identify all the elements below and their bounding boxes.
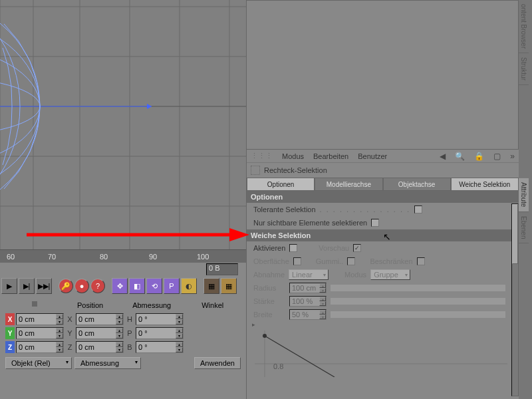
col-angle: Winkel: [201, 301, 223, 309]
next-frame-button[interactable]: ▶|: [19, 278, 35, 294]
render-button[interactable]: ▦: [203, 278, 219, 294]
axis-z-label: Z: [5, 341, 15, 353]
restrict-label: Beschränken: [370, 257, 412, 265]
ang-h-label: H: [125, 315, 134, 323]
pos-x-field[interactable]: 0 cm▴▾: [16, 313, 64, 325]
width-slider[interactable]: [331, 311, 505, 318]
dimension-dropdown[interactable]: Abmessung: [74, 357, 141, 369]
side-tab-content[interactable]: ontent Browser: [519, 0, 529, 53]
activate-label: Aktivieren: [253, 244, 285, 252]
more-icon[interactable]: »: [510, 152, 515, 161]
size-y-label: Y: [65, 329, 74, 337]
lock-icon[interactable]: 🔒: [474, 152, 484, 161]
strength-slider[interactable]: [331, 298, 505, 305]
preview-label: Vorschau: [319, 244, 349, 252]
ruler-tick: 80: [100, 253, 108, 261]
svg-marker-12: [147, 104, 152, 109]
width-field[interactable]: 50 %▴▾: [289, 309, 327, 320]
tool-title-row: Rechteck-Selektion: [247, 163, 519, 178]
apply-button[interactable]: Anwenden: [194, 357, 241, 369]
strength-field[interactable]: 100 %▴▾: [289, 296, 327, 307]
anim-layer-button[interactable]: ◐: [181, 278, 197, 294]
move-tool-button[interactable]: ✥: [112, 278, 128, 294]
side-tab-structure[interactable]: Struktur: [519, 53, 529, 85]
section-options: Optionen: [247, 191, 519, 203]
radius-slider[interactable]: [331, 285, 505, 291]
radius-field[interactable]: 100 cm▴▾: [289, 283, 327, 293]
visible-only-label: Nur sichtbare Elemente selektieren: [253, 219, 367, 227]
new-window-icon[interactable]: ▢: [493, 152, 501, 161]
end-button[interactable]: ▶▶|: [36, 278, 52, 294]
rectangle-selection-icon: [251, 166, 260, 175]
svg-text:0.8: 0.8: [273, 362, 283, 370]
param-tool-button[interactable]: P: [164, 278, 180, 294]
mode-dropdown[interactable]: Gruppe: [370, 269, 410, 280]
size-x-field[interactable]: 0 cm▴▾: [76, 313, 124, 325]
rubber-checkbox: [347, 257, 355, 265]
pos-y-field[interactable]: 0 cm▴▾: [16, 327, 64, 339]
axis-x-label: X: [5, 313, 15, 325]
side-tab-layers[interactable]: Ebenen: [519, 212, 529, 243]
section-soft-selection: Weiche Selektion: [247, 229, 519, 241]
falloff-dropdown[interactable]: Linear: [289, 269, 329, 280]
pos-z-field[interactable]: 0 cm▴▾: [16, 341, 64, 353]
activate-checkbox[interactable]: [289, 244, 297, 252]
menu-user[interactable]: Benutzer: [358, 152, 387, 160]
ang-b-label: B: [125, 343, 134, 351]
tolerant-selection-checkbox[interactable]: [414, 205, 422, 213]
object-manager-area[interactable]: [246, 0, 519, 150]
surface-checkbox: [293, 257, 301, 265]
ang-b-field[interactable]: 0 °▴▾: [136, 341, 184, 353]
attribute-tabs: Optionen Modellierachse Objektachse Weic…: [247, 178, 519, 191]
viewport-3d[interactable]: [0, 0, 246, 263]
frame-field[interactable]: 0 B: [206, 263, 238, 275]
ruler-tick: 90: [149, 253, 157, 261]
ang-h-field[interactable]: 0 °▴▾: [136, 313, 184, 325]
falloff-label: Abnahme: [253, 271, 285, 279]
attribute-scrollbar[interactable]: [511, 203, 519, 396]
tab-soft-selection[interactable]: Weiche Selektion: [451, 178, 519, 191]
radius-label: Radius: [253, 284, 285, 292]
col-size: Abmessung: [132, 301, 171, 309]
playback-toolbar: ▶ ▶| ▶▶| 🔑 ● ? ✥ ◧ ⟲ P ◐ ▦ ▦: [0, 276, 246, 296]
size-x-label: X: [65, 315, 74, 323]
fill-dots: . . . . . . . . . . . . . .: [320, 205, 411, 213]
attribute-menu-bar: ⋮⋮⋮ Modus Bearbeiten Benutzer ◀ 🔍 🔒 ▢ »: [247, 150, 519, 163]
render-settings-button[interactable]: ▦: [221, 278, 237, 294]
rotate-tool-button[interactable]: ⟲: [146, 278, 162, 294]
rubber-label: Gummi..: [316, 257, 344, 265]
coordinates-panel: Position Abmessung Winkel X 0 cm▴▾ X 0 c…: [0, 296, 246, 399]
menu-edit[interactable]: Bearbeiten: [313, 152, 348, 160]
falloff-graph[interactable]: 0.8: [255, 331, 511, 377]
width-label: Breite: [253, 311, 285, 319]
surface-label: Oberfläche: [253, 257, 289, 265]
size-z-field[interactable]: 0 cm▴▾: [76, 341, 124, 353]
nav-back-icon[interactable]: ◀: [440, 152, 446, 161]
menu-mode[interactable]: Modus: [282, 152, 304, 160]
mode-label: Modus: [344, 271, 366, 279]
timeline[interactable]: 0 B: [0, 263, 246, 276]
play-button[interactable]: ▶: [1, 278, 17, 294]
search-icon[interactable]: 🔍: [455, 152, 465, 161]
ruler-tick: 70: [48, 253, 56, 261]
side-tab-attribute[interactable]: Attribute: [519, 178, 529, 211]
ang-p-field[interactable]: 0 °▴▾: [136, 327, 184, 339]
restrict-checkbox: [417, 257, 425, 265]
autokey-button[interactable]: ●: [74, 279, 89, 293]
preview-checkbox[interactable]: [353, 244, 361, 252]
record-key-button[interactable]: 🔑: [59, 279, 73, 293]
size-y-field[interactable]: 0 cm▴▾: [76, 327, 124, 339]
visible-only-checkbox[interactable]: [371, 219, 379, 227]
tab-options[interactable]: Optionen: [247, 178, 315, 191]
tab-model-axis[interactable]: Modellierachse: [315, 178, 382, 191]
basis-dropdown[interactable]: Objekt (Rel): [5, 357, 72, 369]
scale-tool-button[interactable]: ◧: [129, 278, 145, 294]
tolerant-selection-label: Tolerante Selektion: [253, 205, 316, 213]
size-z-label: Z: [65, 343, 74, 351]
key-options-button[interactable]: ?: [90, 279, 105, 293]
strength-label: Stärke: [253, 297, 285, 305]
svg-line-23: [265, 336, 334, 377]
tool-title: Rechteck-Selektion: [264, 166, 327, 174]
ruler-tick: 100: [197, 253, 209, 261]
tab-object-axis[interactable]: Objektachse: [383, 178, 451, 191]
